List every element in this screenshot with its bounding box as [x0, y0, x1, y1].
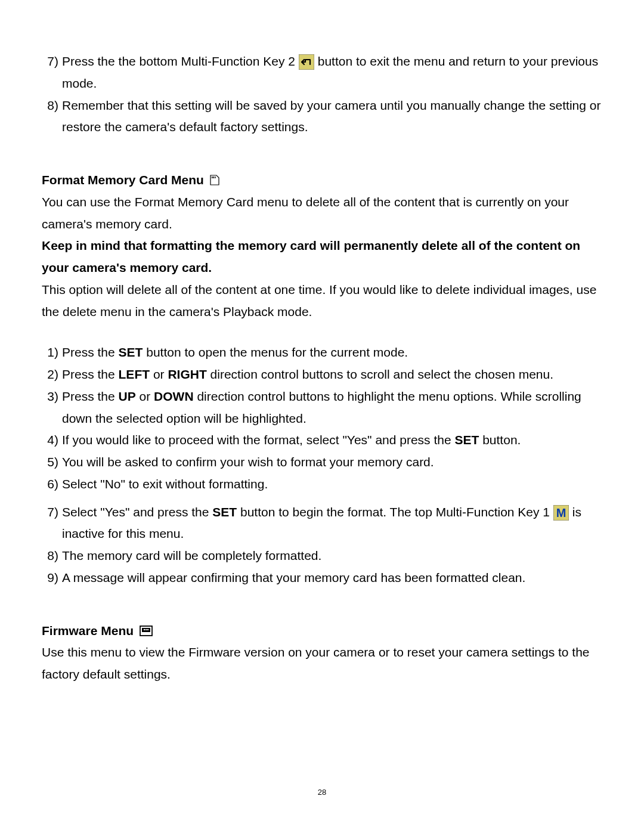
list-text: Remember that this setting will be saved…: [58, 95, 602, 139]
svg-rect-2: [213, 176, 214, 178]
list-number: 5): [42, 451, 58, 473]
text-segment: direction control buttons to scroll and …: [207, 367, 553, 381]
text-bold: LEFT: [119, 367, 150, 381]
paragraph-warning: Keep in mind that formatting the memory …: [42, 235, 602, 279]
text-segment: button to open the menus for the current…: [143, 345, 408, 359]
list-item: 8) Remember that this setting will be sa…: [42, 95, 602, 139]
text-bold: UP: [119, 389, 136, 403]
list-item: 8) The memory card will be completely fo…: [42, 545, 602, 567]
text-segment: Press the: [62, 389, 119, 403]
list-number: 7): [42, 501, 58, 546]
paragraph: This option will delete all of the conte…: [42, 279, 602, 323]
svg-rect-3: [215, 176, 216, 178]
list-text: Select "Yes" and press the SET button to…: [58, 501, 602, 546]
list-number: 9): [42, 567, 58, 589]
page-number: 28: [0, 786, 644, 800]
sd-card-icon: [210, 175, 219, 185]
svg-rect-1: [212, 176, 213, 178]
paragraph: Use this menu to view the Firmware versi…: [42, 642, 602, 686]
heading-text: Firmware Menu: [42, 620, 134, 642]
list-text: If you would like to proceed with the fo…: [58, 429, 521, 451]
list-item: 2) Press the LEFT or RIGHT direction con…: [42, 364, 602, 386]
list-item: 6) Select "No" to exit without formattin…: [42, 473, 602, 496]
m-key-icon: M: [553, 505, 569, 521]
return-arrow-icon: [299, 54, 314, 70]
list-text: Press the UP or DOWN direction control b…: [58, 386, 602, 430]
svg-point-10: [147, 629, 148, 630]
svg-text:M: M: [556, 506, 566, 519]
list-number: 7): [42, 51, 58, 95]
list-item: 7) Press the the bottom Multi-Function K…: [42, 51, 602, 95]
text-bold: SET: [212, 505, 237, 519]
text-segment: or: [136, 389, 154, 403]
text-segment: button.: [479, 433, 521, 447]
list-text: Press the the bottom Multi-Function Key …: [58, 51, 602, 95]
list-item: 9) A message will appear confirming that…: [42, 567, 602, 589]
list-text: A message will appear confirming that yo…: [58, 567, 525, 589]
heading-text: Format Memory Card Menu: [42, 169, 204, 191]
heading-format-memory-card: Format Memory Card Menu: [42, 169, 602, 191]
list-number: 8): [42, 95, 58, 139]
text-segment: Press the: [62, 367, 119, 381]
svg-point-9: [145, 629, 147, 630]
list-text: The memory card will be completely forma…: [58, 545, 321, 567]
list-number: 1): [42, 342, 58, 364]
text-segment: Press the the bottom Multi-Function Key …: [62, 54, 299, 68]
heading-firmware-menu: Firmware Menu: [42, 620, 602, 642]
list-item: 1) Press the SET button to open the menu…: [42, 342, 602, 364]
list-number: 4): [42, 429, 58, 451]
text-segment: Press the: [62, 345, 119, 359]
list-number: 8): [42, 545, 58, 567]
list-number: 2): [42, 364, 58, 386]
list-text: You will be asked to confirm your wish t…: [58, 451, 434, 473]
list-number: 3): [42, 386, 58, 430]
paragraph: You can use the Format Memory Card menu …: [42, 191, 602, 236]
list-item: 5) You will be asked to confirm your wis…: [42, 451, 602, 473]
text-segment: button to begin the format. The top Mult…: [237, 505, 553, 519]
svg-rect-0: [299, 54, 314, 70]
list-number: 6): [42, 473, 58, 496]
text-bold: SET: [455, 433, 479, 447]
list-item: 4) If you would like to proceed with the…: [42, 429, 602, 451]
text-bold: DOWN: [154, 389, 194, 403]
list-item: 7) Select "Yes" and press the SET button…: [42, 501, 602, 546]
firmware-icon: [140, 625, 153, 636]
list-text: Select "No" to exit without formatting.: [58, 473, 268, 496]
list-text: Press the SET button to open the menus f…: [58, 342, 408, 364]
text-segment: If you would like to proceed with the fo…: [62, 433, 455, 447]
list-item: 3) Press the UP or DOWN direction contro…: [42, 386, 602, 430]
text-bold: SET: [119, 345, 143, 359]
text-segment: Select "Yes" and press the: [62, 505, 212, 519]
list-text: Press the LEFT or RIGHT direction contro…: [58, 364, 553, 386]
text-segment: or: [150, 367, 168, 381]
text-bold: RIGHT: [168, 367, 206, 381]
svg-point-8: [144, 629, 145, 630]
